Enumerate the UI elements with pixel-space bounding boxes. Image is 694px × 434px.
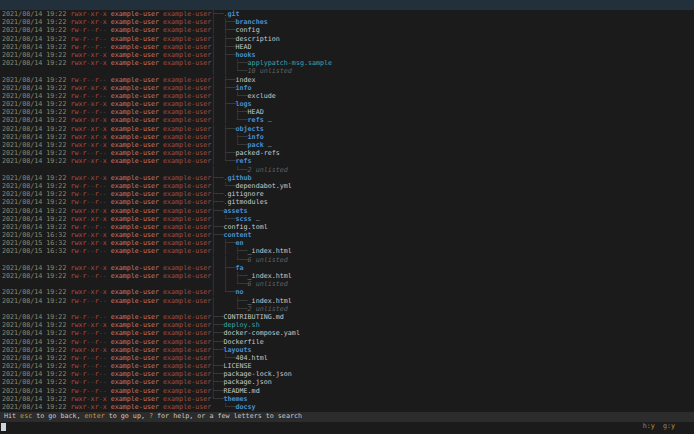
file-owner: example-user	[111, 43, 163, 51]
tree-row[interactable]: 2021/08/14 19:22rw-r--r--example-userexa…	[2, 378, 694, 386]
tree-row[interactable]: 2021/08/14 19:22rw-r--r--example-userexa…	[2, 149, 694, 157]
file-group: example-user	[163, 387, 211, 395]
file-date: 2021/08/14 19:22	[2, 100, 70, 108]
tree-row[interactable]: 2021/08/14 19:22rwxr-xr-xexample-userexa…	[2, 133, 694, 141]
tree-row[interactable]: 2021/08/14 19:22rwxr-xr-xexample-userexa…	[2, 403, 694, 411]
file-name: info	[236, 84, 252, 92]
unlisted-count: 2 unlisted	[248, 305, 288, 313]
truncation-ellipsis: …	[264, 141, 272, 149]
tree-row[interactable]: │ │ └──10 unlisted	[2, 67, 694, 75]
tree-row[interactable]: 2021/08/14 19:22rwxr-xr-xexample-userexa…	[2, 174, 694, 182]
file-name: layouts	[223, 346, 251, 354]
file-name: exclude	[248, 92, 276, 100]
tree-row[interactable]: │ │ └──6 unlisted	[2, 280, 694, 288]
status-text: Hit	[4, 412, 20, 420]
tree-row[interactable]: 2021/08/14 19:22rwxr-xr-xexample-userexa…	[2, 100, 694, 108]
tree-row[interactable]: 2021/08/14 19:22rwxr-xr-xexample-userexa…	[2, 18, 694, 26]
tree-branch: │ │ └──	[211, 280, 247, 288]
tree-row[interactable]: 2021/08/14 19:22rwxr-xr-xexample-userexa…	[2, 10, 694, 18]
tree-row[interactable]: 2021/08/14 19:22rwxr-xr-xexample-userexa…	[2, 116, 694, 124]
tree-row[interactable]: 2021/08/14 19:22rwxr-xr-xexample-userexa…	[2, 264, 694, 272]
tree-row[interactable]: 2021/08/14 19:22rwxr-xr-xexample-userexa…	[2, 59, 694, 67]
tree-row[interactable]: 2021/08/14 19:22rw-r--r--example-userexa…	[2, 198, 694, 206]
file-permissions: rwxr-xr-x	[70, 18, 110, 26]
tree-row[interactable]: 2021/08/14 19:22rw-r--r--example-userexa…	[2, 354, 694, 362]
tree-row[interactable]: 2021/08/14 19:22rw-r--r--example-userexa…	[2, 338, 694, 346]
file-date: 2021/08/14 19:22	[2, 43, 70, 51]
file-name: index	[236, 76, 256, 84]
tree-row[interactable]: 2021/08/14 19:22rwxr-xr-xexample-userexa…	[2, 395, 694, 403]
tree-row[interactable]: 2021/08/14 19:22rw-r--r--example-userexa…	[2, 223, 694, 231]
text-cursor	[1, 423, 6, 432]
tree-row[interactable]: 2021/08/14 19:22rwxr-xr-xexample-userexa…	[2, 157, 694, 165]
tree-row[interactable]: 2021/08/15 16:32rwxr-xr-xexample-userexa…	[2, 231, 694, 239]
file-name: LICENSE	[223, 362, 251, 370]
file-group: example-user	[163, 313, 211, 321]
file-permissions: rwxr-xr-x	[70, 395, 110, 403]
key-hint: esc	[20, 412, 32, 420]
file-owner: example-user	[111, 231, 163, 239]
file-name: _index.html	[248, 297, 292, 305]
tree-row[interactable]: │ └──2 unlisted	[2, 166, 694, 174]
tree-row[interactable]: 2021/08/15 16:32rw-r--r--example-userexa…	[2, 247, 694, 255]
file-owner: example-user	[111, 92, 163, 100]
tree-row[interactable]: 2021/08/14 19:22rw-r--r--example-userexa…	[2, 35, 694, 43]
file-date: 2021/08/14 19:22	[2, 125, 70, 133]
file-name: deploy.sh	[223, 321, 259, 329]
tree-row[interactable]: 2021/08/14 19:22rw-r--r--example-userexa…	[2, 108, 694, 116]
tree-row[interactable]: 2021/08/14 19:22rwxr-xr-xexample-userexa…	[2, 207, 694, 215]
tree-row[interactable]: 2021/08/14 19:22rw-r--r--example-userexa…	[2, 92, 694, 100]
search-input[interactable]: h:y g:y	[0, 422, 694, 434]
file-date: 2021/08/14 19:22	[2, 182, 70, 190]
file-group: example-user	[163, 239, 211, 247]
tree-row[interactable]: 2021/08/14 19:22rw-r--r--example-userexa…	[2, 190, 694, 198]
tree-row[interactable]: 2021/08/14 19:22rw-r--r--example-userexa…	[2, 182, 694, 190]
file-owner: example-user	[111, 338, 163, 346]
tree-row[interactable]: 2021/08/14 19:22rw-r--r--example-userexa…	[2, 76, 694, 84]
file-permissions: rw-r--r--	[70, 313, 110, 321]
file-permissions: rwxr-xr-x	[70, 403, 110, 411]
file-date: 2021/08/14 19:22	[2, 272, 70, 280]
tree-row[interactable]: │ │ └──6 unlisted	[2, 256, 694, 264]
tree-row[interactable]: │ └──2 unlisted	[2, 305, 694, 313]
tree-row[interactable]: 2021/08/14 19:22rw-r--r--example-userexa…	[2, 43, 694, 51]
tree-row[interactable]: 2021/08/14 19:22rwxr-xr-xexample-userexa…	[2, 84, 694, 92]
file-group: example-user	[163, 264, 211, 272]
file-owner: example-user	[111, 297, 163, 305]
file-group: example-user	[163, 395, 211, 403]
tree-row[interactable]: 2021/08/14 19:22rwxr-xr-xexample-userexa…	[2, 215, 694, 223]
tree-row[interactable]: 2021/08/14 19:22rw-r--r--example-userexa…	[2, 313, 694, 321]
file-owner: example-user	[111, 215, 163, 223]
file-date: 2021/08/14 19:22	[2, 198, 70, 206]
file-permissions: rwxr-xr-x	[70, 346, 110, 354]
file-date: 2021/08/14 19:22	[2, 157, 70, 165]
file-group: example-user	[163, 35, 211, 43]
tree-row[interactable]: 2021/08/14 19:22rwxr-xr-xexample-userexa…	[2, 346, 694, 354]
tree-row[interactable]: 2021/08/15 16:32rwxr-xr-xexample-userexa…	[2, 239, 694, 247]
tree-row[interactable]: 2021/08/14 19:22rwxr-xr-xexample-userexa…	[2, 321, 694, 329]
tree-row[interactable]: 2021/08/14 19:22rwxr-xr-xexample-userexa…	[2, 125, 694, 133]
tree-row[interactable]: 2021/08/14 19:22rw-r--r--example-userexa…	[2, 329, 694, 337]
tree-row[interactable]: 2021/08/14 19:22rw-r--r--example-userexa…	[2, 362, 694, 370]
file-name: README.md	[223, 387, 259, 395]
tree-row[interactable]: 2021/08/14 19:22rw-r--r--example-userexa…	[2, 387, 694, 395]
file-group: example-user	[163, 403, 211, 411]
tree-row[interactable]: 2021/08/14 19:22rw-r--r--example-userexa…	[2, 272, 694, 280]
tree-branch: ├──	[211, 313, 223, 321]
flag-gitignore[interactable]: g:y	[663, 422, 675, 430]
file-group: example-user	[163, 198, 211, 206]
status-text: to go back,	[32, 412, 84, 420]
tree-row[interactable]: 2021/08/14 19:22rwxr-xr-xexample-userexa…	[2, 288, 694, 296]
file-name: config	[236, 26, 260, 34]
tree-row[interactable]: 2021/08/14 19:22rw-r--r--example-userexa…	[2, 370, 694, 378]
tree-row[interactable]: 2021/08/14 19:22rw-r--r--example-userexa…	[2, 297, 694, 305]
flag-hidden[interactable]: h:y	[643, 422, 655, 430]
file-group: example-user	[163, 116, 211, 124]
tree-row[interactable]: 2021/08/14 19:22rwxr-xr-xexample-userexa…	[2, 51, 694, 59]
tree-row[interactable]: 2021/08/14 19:22rwxr-xr-xexample-userexa…	[2, 141, 694, 149]
file-date: 2021/08/14 19:22	[2, 362, 70, 370]
tree-row[interactable]: 2021/08/14 19:22rw-r--r--example-userexa…	[2, 26, 694, 34]
file-date: 2021/08/14 19:22	[2, 76, 70, 84]
file-owner: example-user	[111, 59, 163, 67]
file-date: 2021/08/14 19:22	[2, 338, 70, 346]
